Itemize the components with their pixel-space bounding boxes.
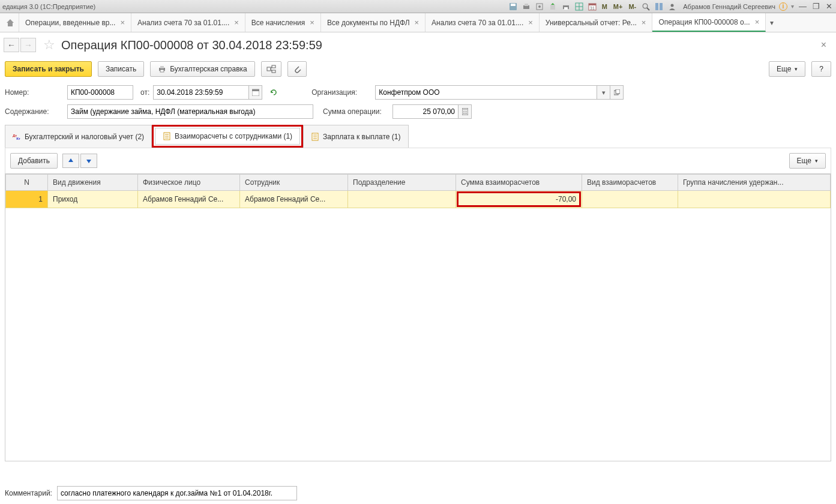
svg-rect-18 bbox=[660, 3, 663, 10]
col-n[interactable]: N bbox=[6, 175, 48, 191]
info-icon[interactable]: i bbox=[779, 2, 787, 11]
inner-tab-label: Взаиморасчеты с сотрудниками (1) bbox=[175, 132, 292, 140]
cell-kind[interactable] bbox=[582, 191, 678, 208]
save-and-close-button[interactable]: Записать и закрыть bbox=[5, 61, 92, 77]
tab-operations[interactable]: Операции, введенные вр...× bbox=[19, 13, 131, 32]
add-row-button[interactable]: Добавить bbox=[10, 153, 58, 169]
tab-close-icon[interactable]: × bbox=[755, 17, 760, 26]
inner-tab-salary[interactable]: Зарплата к выплате (1) bbox=[303, 125, 408, 148]
cell-employee[interactable]: Абрамов Геннадий Се... bbox=[240, 191, 348, 208]
tab-close-icon[interactable]: × bbox=[415, 18, 420, 27]
move-down-button[interactable] bbox=[80, 154, 97, 168]
chevron-down-icon: ▾ bbox=[815, 158, 818, 164]
cell-amount[interactable]: -70,00 bbox=[456, 191, 582, 208]
svg-line-16 bbox=[647, 8, 649, 10]
inner-tab-accounting[interactable]: ДтКт Бухгалтерский и налоговый учет (2) bbox=[5, 125, 152, 148]
tab-close-icon[interactable]: × bbox=[528, 18, 533, 27]
svg-rect-24 bbox=[272, 65, 275, 68]
grid-icon[interactable] bbox=[574, 2, 584, 11]
calendar-picker-icon[interactable] bbox=[249, 85, 262, 100]
svg-point-36 bbox=[466, 112, 467, 113]
mminus-button[interactable]: M- bbox=[627, 3, 637, 10]
content-label: Содержание: bbox=[5, 107, 64, 116]
preview-icon[interactable] bbox=[535, 2, 544, 11]
m-button[interactable]: M bbox=[601, 3, 609, 10]
attachment-button[interactable] bbox=[287, 61, 307, 77]
restore-icon[interactable]: ❐ bbox=[811, 2, 821, 11]
doc-up-icon[interactable] bbox=[548, 2, 558, 11]
doc-print-icon[interactable] bbox=[561, 2, 571, 11]
print-icon bbox=[158, 65, 166, 73]
nav-back-button[interactable]: ← bbox=[4, 38, 19, 52]
mplus-button[interactable]: M+ bbox=[612, 3, 624, 10]
tab-ndfl-docs[interactable]: Все документы по НДФЛ× bbox=[321, 13, 426, 32]
accounting-reference-button[interactable]: Бухгалтерская справка bbox=[150, 61, 255, 77]
minimize-icon[interactable]: — bbox=[798, 2, 808, 11]
save-button[interactable]: Записать bbox=[98, 61, 144, 77]
save-icon[interactable] bbox=[508, 2, 518, 11]
svg-rect-31 bbox=[616, 89, 620, 94]
tab-universal-report[interactable]: Универсальный отчет: Ре...× bbox=[540, 13, 653, 32]
col-movement[interactable]: Вид движения bbox=[48, 175, 138, 191]
tab-analysis70-2[interactable]: Анализ счета 70 за 01.01....× bbox=[426, 13, 540, 32]
date-input[interactable] bbox=[153, 85, 249, 100]
tab-accruals[interactable]: Все начисления× bbox=[245, 13, 321, 32]
tab-close-icon[interactable]: × bbox=[234, 18, 239, 27]
svg-point-15 bbox=[643, 4, 648, 8]
col-group[interactable]: Группа начисления удержан... bbox=[678, 175, 831, 191]
zoom-icon[interactable] bbox=[641, 2, 651, 11]
form-row-2: Содержание: Сумма операции: bbox=[0, 102, 836, 121]
print-icon[interactable] bbox=[522, 2, 531, 11]
tabbar: Операции, введенные вр...× Анализ счета … bbox=[0, 13, 836, 32]
cell-department[interactable] bbox=[348, 191, 456, 208]
col-amount[interactable]: Сумма взаиморасчетов bbox=[456, 175, 582, 191]
tabs-dropdown-icon[interactable]: ▾ bbox=[766, 13, 778, 32]
doc-icon bbox=[311, 133, 319, 141]
cell-group[interactable] bbox=[678, 191, 831, 208]
org-dropdown-icon[interactable]: ▾ bbox=[597, 85, 610, 100]
svg-rect-22 bbox=[160, 70, 164, 72]
col-employee[interactable]: Сотрудник bbox=[240, 175, 348, 191]
sum-input[interactable] bbox=[392, 104, 459, 119]
close-icon[interactable]: ✕ bbox=[825, 2, 834, 11]
nav-forward-button[interactable]: → bbox=[20, 38, 36, 52]
inner-tab-label: Зарплата к выплате (1) bbox=[323, 133, 400, 141]
favorite-star-icon[interactable]: ☆ bbox=[43, 37, 55, 53]
inner-tab-label: Бухгалтерский и налоговый учет (2) bbox=[25, 133, 144, 141]
col-department[interactable]: Подразделение bbox=[348, 175, 456, 191]
number-input[interactable] bbox=[67, 85, 133, 100]
org-open-icon[interactable] bbox=[610, 85, 624, 100]
tab-operation-current[interactable]: Операция КП00-000008 о...× bbox=[652, 13, 766, 32]
table-row[interactable]: 1 Приход Абрамов Геннадий Се... Абрамов … bbox=[6, 191, 831, 208]
tab-close-icon[interactable]: × bbox=[120, 18, 125, 27]
form-row-1: Номер: от: Организация: ▾ bbox=[0, 83, 836, 102]
help-button[interactable]: ? bbox=[811, 61, 831, 77]
layout-icon[interactable] bbox=[654, 2, 664, 11]
move-up-button[interactable] bbox=[62, 154, 79, 168]
cell-movement[interactable]: Приход bbox=[48, 191, 138, 208]
tab-close-icon[interactable]: × bbox=[642, 18, 646, 27]
org-label: Организация: bbox=[311, 88, 371, 97]
more-button[interactable]: Еще ▾ bbox=[769, 61, 805, 77]
col-kind[interactable]: Вид взаиморасчетов bbox=[582, 175, 678, 191]
grid-more-button[interactable]: Еще ▾ bbox=[789, 153, 826, 169]
home-button[interactable] bbox=[1, 13, 19, 32]
dtkt-icon: ДтКт bbox=[13, 133, 21, 141]
structure-button[interactable] bbox=[261, 61, 281, 77]
org-input[interactable] bbox=[375, 85, 597, 100]
info-dropdown-icon[interactable]: ▾ bbox=[791, 3, 794, 10]
cell-n[interactable]: 1 bbox=[6, 191, 48, 208]
inner-tab-settlements[interactable]: Взаиморасчеты с сотрудниками (1) bbox=[155, 128, 300, 145]
tab-close-icon[interactable]: × bbox=[310, 18, 314, 27]
col-person[interactable]: Физическое лицо bbox=[138, 175, 240, 191]
user-icon bbox=[667, 2, 677, 11]
settlements-grid[interactable]: N Вид движения Физическое лицо Сотрудник… bbox=[5, 173, 831, 461]
cell-person[interactable]: Абрамов Геннадий Се... bbox=[138, 191, 240, 208]
calculator-icon[interactable] bbox=[459, 104, 472, 119]
tab-analysis70-1[interactable]: Анализ счета 70 за 01.01....× bbox=[131, 13, 245, 32]
page-close-icon[interactable]: × bbox=[817, 40, 830, 50]
number-label: Номер: bbox=[5, 88, 64, 97]
refresh-icon[interactable] bbox=[269, 88, 278, 97]
content-input[interactable] bbox=[67, 104, 313, 119]
calendar-icon[interactable]: 31 bbox=[588, 2, 597, 11]
